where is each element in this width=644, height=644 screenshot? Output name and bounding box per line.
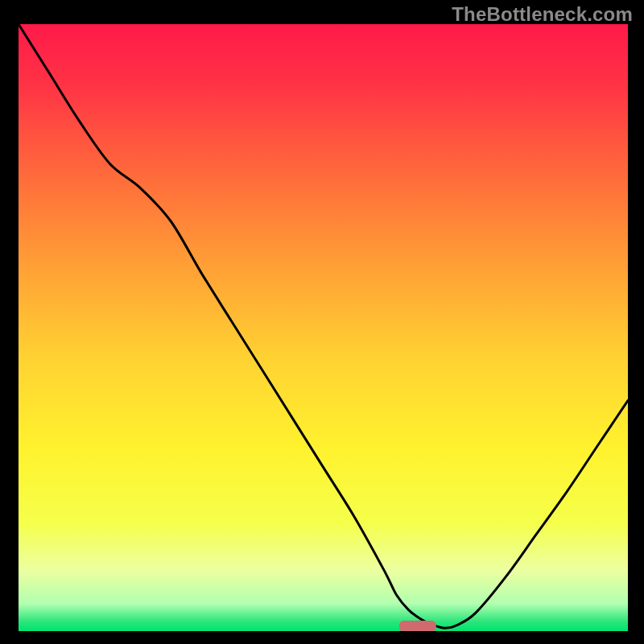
chart-frame: TheBottleneck.com — [0, 0, 644, 644]
watermark-text: TheBottleneck.com — [452, 3, 633, 26]
optimal-point-marker — [399, 621, 436, 631]
v-curve-plot — [19, 24, 628, 631]
gradient-background — [19, 24, 628, 631]
